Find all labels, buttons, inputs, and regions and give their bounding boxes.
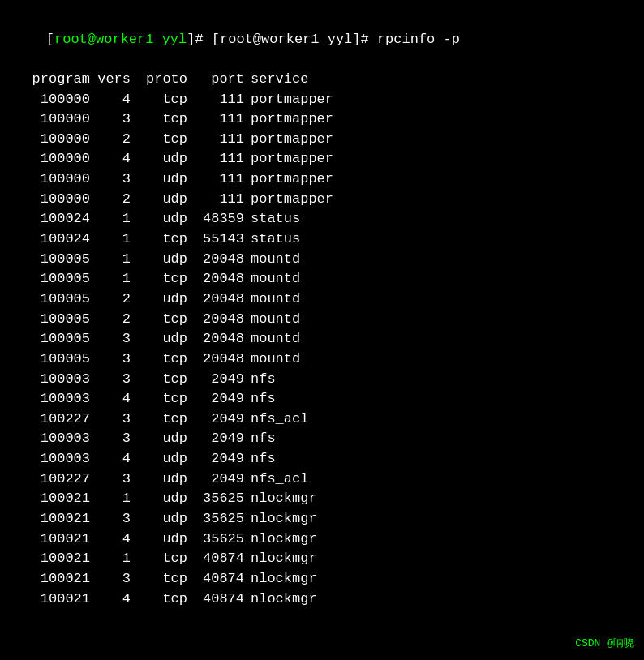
cell-program: 100003 (13, 429, 90, 449)
cell-vers: 1 (90, 209, 131, 229)
cell-program: 100021 (13, 549, 90, 569)
cell-vers: 3 (90, 109, 131, 130)
cell-program: 100021 (13, 489, 90, 509)
cell-port: 20048 (187, 349, 244, 370)
cell-program: 100021 (13, 589, 90, 610)
cell-service: mountd (251, 310, 300, 330)
table-row: 1000051udp20048mountd (13, 250, 631, 270)
cell-proto: udp (131, 289, 187, 310)
user-host: root@worker1 yyl (54, 32, 187, 47)
table-row: 1002273tcp2049nfs_acl (13, 409, 631, 430)
cell-proto: udp (131, 509, 187, 529)
table-row: 1000002tcp111portmapper (13, 130, 631, 150)
cell-service: nlockmgr (251, 529, 317, 550)
table-row: 1000033tcp2049nfs (13, 370, 631, 390)
cell-proto: tcp (131, 109, 187, 130)
cell-program: 100000 (13, 90, 90, 110)
cell-service: nlockmgr (251, 549, 317, 569)
table-row: 1000002udp111portmapper (13, 190, 631, 210)
cell-vers: 2 (90, 310, 131, 330)
cell-vers: 2 (90, 190, 131, 210)
cell-program: 100000 (13, 149, 90, 169)
table-row: 1000241tcp55143status (13, 229, 631, 250)
cell-service: portmapper (251, 109, 333, 130)
cell-program: 100003 (13, 389, 90, 409)
cell-program: 100227 (13, 469, 90, 490)
watermark: CSDN @呐哓 (575, 636, 634, 650)
cell-port: 111 (187, 190, 244, 210)
table-row: 1002273udp2049nfs_acl (13, 469, 631, 490)
cell-vers: 1 (90, 229, 131, 250)
cell-port: 35625 (187, 529, 244, 550)
cell-program: 100024 (13, 229, 90, 250)
table-row: 1000052tcp20048mountd (13, 310, 631, 330)
cell-port: 40874 (187, 589, 244, 610)
cell-program: 100000 (13, 130, 90, 150)
table-row: 1000211tcp40874nlockmgr (13, 549, 631, 569)
cell-proto: udp (131, 149, 187, 169)
bracket-open: [ (46, 32, 54, 47)
col-header-vers: vers (90, 70, 131, 90)
table-row: 1000003tcp111portmapper (13, 109, 631, 130)
cell-service: nfs (251, 429, 276, 449)
cell-port: 2049 (187, 409, 244, 430)
cell-proto: tcp (131, 310, 187, 330)
cell-proto: tcp (131, 389, 187, 409)
cell-port: 20048 (187, 310, 244, 330)
col-header-program: program (13, 70, 90, 90)
cell-port: 55143 (187, 229, 244, 250)
cell-program: 100005 (13, 269, 90, 289)
cell-vers: 3 (90, 370, 131, 390)
cell-vers: 3 (90, 409, 131, 430)
cell-proto: udp (131, 449, 187, 469)
cell-port: 20048 (187, 250, 244, 270)
cell-vers: 3 (90, 329, 131, 349)
cell-service: nfs_acl (251, 409, 308, 430)
cell-proto: udp (131, 209, 187, 229)
col-header-service: service (251, 70, 308, 90)
cell-service: status (251, 209, 300, 229)
table-row: 1000052udp20048mountd (13, 289, 631, 310)
cell-service: mountd (251, 349, 300, 370)
col-header-proto: proto (131, 70, 187, 90)
cell-port: 2049 (187, 469, 244, 490)
cell-service: status (251, 229, 300, 250)
cell-service: nlockmgr (251, 589, 317, 610)
cell-program: 100005 (13, 349, 90, 370)
cell-program: 100003 (13, 449, 90, 469)
cell-proto: tcp (131, 229, 187, 250)
table-row: 1000211udp35625nlockmgr (13, 489, 631, 509)
cell-proto: tcp (131, 549, 187, 569)
cell-service: nfs_acl (251, 469, 308, 490)
cell-port: 111 (187, 149, 244, 169)
cell-proto: tcp (131, 349, 187, 370)
cell-proto: tcp (131, 370, 187, 390)
cell-program: 100021 (13, 569, 90, 589)
cell-program: 100021 (13, 509, 90, 529)
table-row: 1000213tcp40874nlockmgr (13, 569, 631, 589)
cell-port: 20048 (187, 329, 244, 349)
cell-proto: udp (131, 250, 187, 270)
cell-proto: tcp (131, 589, 187, 610)
cell-service: portmapper (251, 90, 333, 110)
cell-vers: 3 (90, 349, 131, 370)
table-row: 1000003udp111portmapper (13, 169, 631, 190)
cell-program: 100003 (13, 370, 90, 390)
cell-port: 111 (187, 90, 244, 110)
cell-program: 100227 (13, 409, 90, 430)
table-row: 1000053tcp20048mountd (13, 349, 631, 370)
bracket-close: ]# (187, 32, 212, 47)
cell-port: 48359 (187, 209, 244, 229)
table-row: 1000033udp2049nfs (13, 429, 631, 449)
cell-port: 35625 (187, 509, 244, 529)
cell-vers: 1 (90, 250, 131, 270)
col-header-port: port (187, 70, 244, 90)
cell-service: nlockmgr (251, 489, 317, 509)
cell-service: mountd (251, 289, 300, 310)
cell-proto: tcp (131, 409, 187, 430)
cell-service: nlockmgr (251, 569, 317, 589)
cell-service: nfs (251, 370, 276, 390)
cell-vers: 4 (90, 149, 131, 169)
rpcinfo-table: programversprotoportservice1000004tcp111… (13, 70, 631, 609)
cell-port: 40874 (187, 569, 244, 589)
